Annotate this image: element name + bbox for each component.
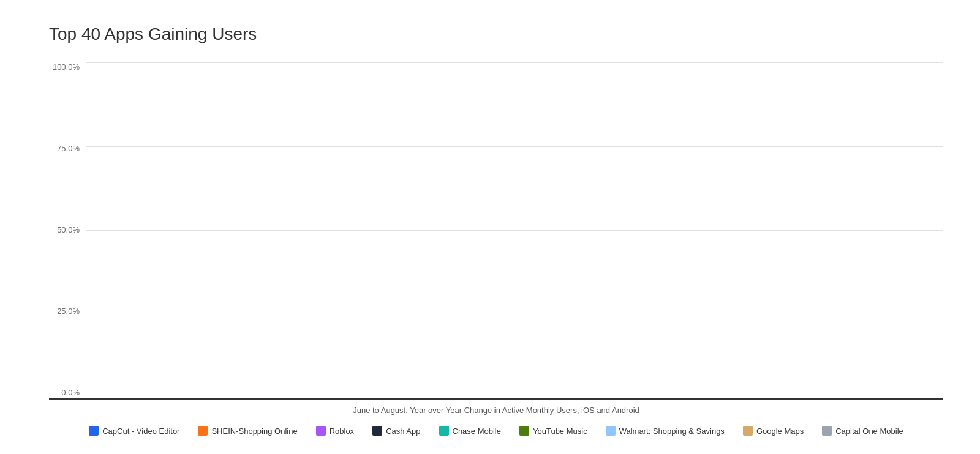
y-axis-and-plot: 100.0%75.0%50.0%25.0%0.0% xyxy=(49,62,943,398)
legend-color-cashapp xyxy=(372,426,382,436)
plot-area xyxy=(86,62,943,398)
legend-item-roblox: Roblox xyxy=(316,426,354,436)
legend-color-youtubemusic xyxy=(519,426,529,436)
legend-label-walmart: Walmart: Shopping & Savings xyxy=(619,426,725,436)
legend-label-googlemaps: Google Maps xyxy=(756,426,804,436)
legend-item-youtubemusic: YouTube Music xyxy=(519,426,587,436)
y-axis-label: 75.0% xyxy=(49,144,86,153)
legend-color-chase xyxy=(439,426,449,436)
y-axis-label: 0.0% xyxy=(49,388,86,397)
y-axis-label: 100.0% xyxy=(49,62,86,72)
legend-color-roblox xyxy=(316,426,326,436)
y-axis-label: 25.0% xyxy=(49,307,86,316)
legend-item-shein: SHEIN-Shopping Online xyxy=(198,426,297,436)
legend-label-cashapp: Cash App xyxy=(386,426,420,436)
chart-title: Top 40 Apps Gaining Users xyxy=(49,24,943,44)
legend-color-shein xyxy=(198,426,208,436)
legend-item-capitalone: Capital One Mobile xyxy=(822,426,903,436)
legend-label-chase: Chase Mobile xyxy=(453,426,502,436)
legend-label-capitalone: Capital One Mobile xyxy=(835,426,903,436)
legend-label-youtubemusic: YouTube Music xyxy=(533,426,587,436)
legend-label-shein: SHEIN-Shopping Online xyxy=(211,426,297,436)
legend-row-2: Walmart: Shopping & SavingsGoogle MapsCa… xyxy=(606,426,903,436)
y-axis: 100.0%75.0%50.0%25.0%0.0% xyxy=(49,62,86,398)
legend-item-cashapp: Cash App xyxy=(372,426,420,436)
legend: CapCut - Video EditorSHEIN-Shopping Onli… xyxy=(49,426,943,442)
y-axis-label: 50.0% xyxy=(49,225,86,234)
legend-item-chase: Chase Mobile xyxy=(439,426,502,436)
legend-item-googlemaps: Google Maps xyxy=(743,426,804,436)
legend-color-googlemaps xyxy=(743,426,753,436)
legend-color-capitalone xyxy=(822,426,832,436)
legend-row-1: CapCut - Video EditorSHEIN-Shopping Onli… xyxy=(89,426,587,436)
legend-label-roblox: Roblox xyxy=(330,426,354,436)
chart-container: Top 40 Apps Gaining Users 100.0%75.0%50.… xyxy=(0,0,980,454)
bars-wrapper xyxy=(86,62,943,398)
legend-color-capcut xyxy=(89,426,99,436)
legend-color-walmart xyxy=(606,426,616,436)
legend-item-capcut: CapCut - Video Editor xyxy=(89,426,179,436)
legend-label-capcut: CapCut - Video Editor xyxy=(102,426,179,436)
x-axis-label: June to August, Year over Year Change in… xyxy=(49,406,943,421)
x-axis-line xyxy=(49,398,943,400)
chart-area: 100.0%75.0%50.0%25.0%0.0% June to August… xyxy=(49,62,943,421)
legend-item-walmart: Walmart: Shopping & Savings xyxy=(606,426,725,436)
